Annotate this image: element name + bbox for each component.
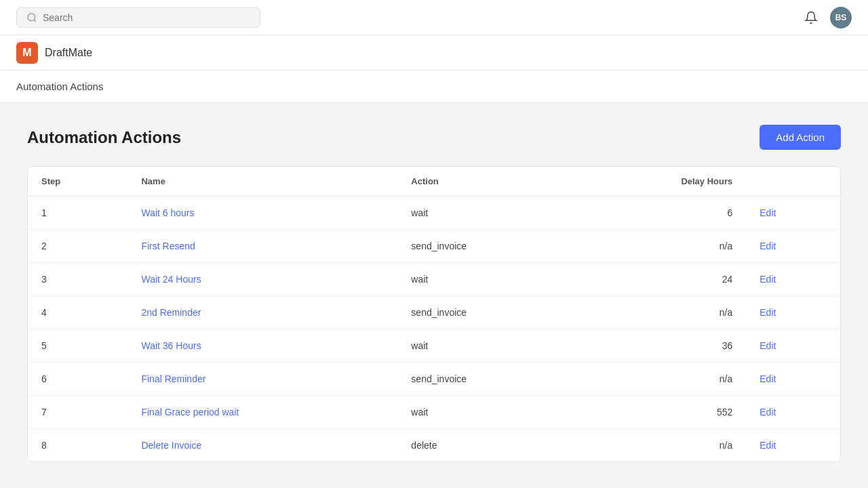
name-link[interactable]: Final Grace period wait	[141, 407, 239, 418]
edit-link[interactable]: Edit	[760, 274, 776, 285]
cell-edit: Edit	[746, 296, 840, 329]
breadcrumb: Automation Actions	[16, 81, 103, 92]
edit-link[interactable]: Edit	[760, 440, 776, 451]
cell-edit: Edit	[746, 429, 840, 462]
table-row: 3 Wait 24 Hours wait 24 Edit	[28, 263, 840, 296]
cell-name: 2nd Reminder	[127, 296, 397, 329]
cell-step: 4	[28, 296, 127, 329]
cell-action: send_invoice	[397, 230, 576, 263]
column-header-step: Step	[28, 167, 127, 197]
cell-delay-hours: 552	[576, 396, 747, 429]
search-icon	[26, 12, 37, 23]
table-header-row: Step Name Action Delay Hours	[28, 167, 840, 197]
cell-step: 7	[28, 396, 127, 429]
main-content: Automation Actions Add Action Step Name …	[0, 103, 868, 484]
edit-link[interactable]: Edit	[760, 340, 776, 351]
cell-edit: Edit	[746, 197, 840, 230]
table-row: 4 2nd Reminder send_invoice n/a Edit	[28, 296, 840, 329]
cell-name: Wait 6 hours	[127, 197, 397, 230]
content-header: Automation Actions Add Action	[27, 125, 841, 150]
add-action-button[interactable]: Add Action	[760, 125, 841, 150]
cell-delay-hours: n/a	[576, 230, 747, 263]
edit-link[interactable]: Edit	[760, 407, 776, 418]
cell-name: Wait 24 Hours	[127, 263, 397, 296]
name-link[interactable]: Final Reminder	[141, 373, 205, 384]
edit-link[interactable]: Edit	[760, 307, 776, 318]
cell-step: 1	[28, 197, 127, 230]
notification-bell-icon[interactable]	[803, 9, 819, 26]
table-row: 6 Final Reminder send_invoice n/a Edit	[28, 363, 840, 396]
table-row: 1 Wait 6 hours wait 6 Edit	[28, 197, 840, 230]
column-header-name: Name	[127, 167, 397, 197]
avatar[interactable]: BS	[830, 7, 852, 28]
cell-delay-hours: 36	[576, 329, 747, 363]
column-header-action: Action	[397, 167, 576, 197]
brand-name: DraftMate	[45, 47, 92, 59]
cell-step: 2	[28, 230, 127, 263]
edit-link[interactable]: Edit	[760, 241, 776, 251]
name-link[interactable]: Wait 36 Hours	[141, 340, 201, 351]
cell-step: 3	[28, 263, 127, 296]
cell-edit: Edit	[746, 263, 840, 296]
brand-logo: M	[16, 42, 38, 64]
svg-line-1	[34, 20, 36, 22]
name-link[interactable]: Wait 6 hours	[141, 207, 194, 218]
svg-point-0	[28, 14, 35, 21]
brand-bar: M DraftMate	[0, 35, 868, 70]
cell-action: wait	[397, 263, 576, 296]
table-row: 2 First Resend send_invoice n/a Edit	[28, 230, 840, 263]
cell-action: wait	[397, 197, 576, 230]
cell-action: wait	[397, 396, 576, 429]
cell-step: 6	[28, 363, 127, 396]
cell-name: Delete Invoice	[127, 429, 397, 462]
breadcrumb-bar: Automation Actions	[0, 70, 868, 103]
table-container: Step Name Action Delay Hours 1 Wait 6 ho…	[27, 166, 841, 462]
page-title: Automation Actions	[27, 128, 181, 147]
name-link[interactable]: Delete Invoice	[141, 440, 201, 451]
cell-edit: Edit	[746, 396, 840, 429]
cell-action: send_invoice	[397, 296, 576, 329]
cell-action: wait	[397, 329, 576, 363]
table-row: 5 Wait 36 Hours wait 36 Edit	[28, 329, 840, 363]
cell-edit: Edit	[746, 329, 840, 363]
navbar-right: BS	[803, 7, 852, 28]
edit-link[interactable]: Edit	[760, 207, 776, 218]
name-link[interactable]: 2nd Reminder	[141, 307, 201, 318]
cell-edit: Edit	[746, 230, 840, 263]
automation-actions-table: Step Name Action Delay Hours 1 Wait 6 ho…	[28, 167, 840, 462]
cell-step: 5	[28, 329, 127, 363]
cell-action: send_invoice	[397, 363, 576, 396]
name-link[interactable]: Wait 24 Hours	[141, 274, 201, 285]
cell-step: 8	[28, 429, 127, 462]
cell-delay-hours: n/a	[576, 429, 747, 462]
edit-link[interactable]: Edit	[760, 373, 776, 384]
name-link[interactable]: First Resend	[141, 241, 195, 251]
table-row: 7 Final Grace period wait wait 552 Edit	[28, 396, 840, 429]
column-header-delay-hours: Delay Hours	[576, 167, 747, 197]
cell-name: First Resend	[127, 230, 397, 263]
cell-name: Wait 36 Hours	[127, 329, 397, 363]
cell-delay-hours: n/a	[576, 363, 747, 396]
cell-action: delete	[397, 429, 576, 462]
cell-name: Final Grace period wait	[127, 396, 397, 429]
column-header-edit-actions	[746, 167, 840, 197]
navbar: BS	[0, 0, 868, 35]
search-input[interactable]	[43, 12, 250, 23]
table-row: 8 Delete Invoice delete n/a Edit	[28, 429, 840, 462]
cell-delay-hours: 24	[576, 263, 747, 296]
cell-delay-hours: n/a	[576, 296, 747, 329]
cell-delay-hours: 6	[576, 197, 747, 230]
search-container	[16, 7, 260, 28]
cell-edit: Edit	[746, 363, 840, 396]
cell-name: Final Reminder	[127, 363, 397, 396]
